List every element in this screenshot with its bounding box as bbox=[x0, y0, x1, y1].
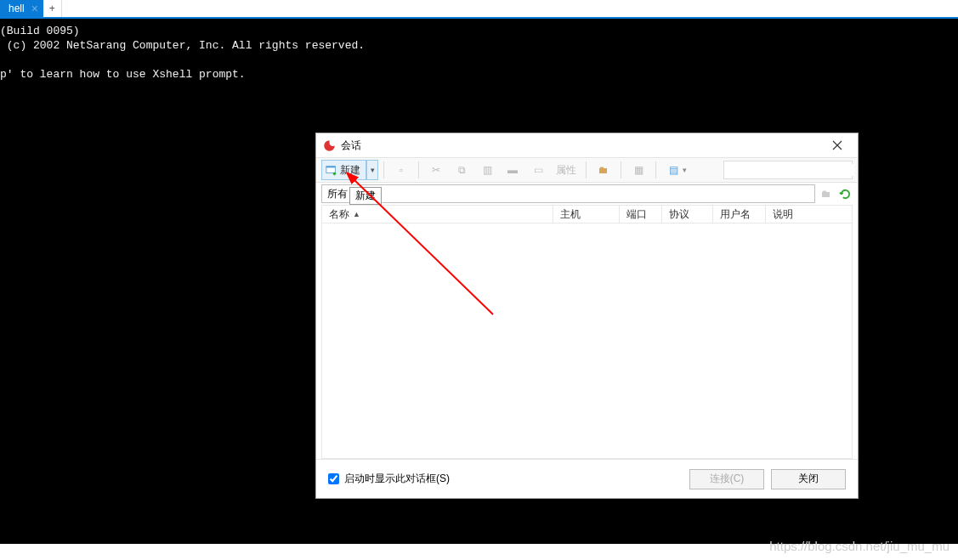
app-logo-icon bbox=[323, 139, 336, 152]
cut-icon: ✂ bbox=[428, 162, 444, 178]
search-box[interactable] bbox=[723, 161, 853, 179]
paste-button[interactable]: ▥ bbox=[475, 160, 499, 180]
folder-icon: 🖿 bbox=[596, 162, 611, 178]
new-icon bbox=[326, 164, 337, 176]
close-button[interactable]: 关闭 bbox=[771, 469, 846, 489]
dialog-titlebar: 会话 bbox=[316, 133, 858, 157]
copy-button[interactable]: ⧉ bbox=[450, 160, 473, 180]
view-button[interactable]: ▦ bbox=[626, 160, 650, 180]
paste-icon: ▥ bbox=[479, 162, 495, 178]
dialog-footer: 启动时显示此对话框(S) 连接(C) 关闭 bbox=[316, 459, 858, 498]
col-user[interactable]: 用户名 bbox=[713, 206, 766, 223]
col-host[interactable]: 主机 bbox=[553, 206, 620, 223]
cut-button[interactable]: ✂ bbox=[424, 160, 448, 180]
dialog-toolbar: 新建 ▾ ▫ ✂ ⧉ ▥ ▬ ▭ 属性 🖿 ▦ ▤▾ bbox=[316, 157, 858, 183]
path-bar: 所有 新建 🖿 bbox=[316, 183, 858, 205]
tab-bar: hell × + bbox=[0, 0, 958, 19]
toolbar-separator bbox=[621, 161, 621, 178]
svg-rect-1 bbox=[326, 167, 336, 168]
layout-icon: ▤ bbox=[666, 162, 681, 178]
copy-icon: ⧉ bbox=[454, 162, 469, 178]
path-text: 所有 bbox=[327, 187, 348, 201]
session-list[interactable] bbox=[321, 223, 853, 459]
new-tooltip: 新建 bbox=[349, 187, 382, 205]
sessions-dialog: 会话 新建 ▾ ▫ ✂ ⧉ ▥ ▬ ▭ 属性 🖿 ▦ ▤▾ bbox=[315, 133, 859, 499]
delete-button[interactable]: ▬ bbox=[501, 160, 524, 180]
show-on-startup-checkbox[interactable]: 启动时显示此对话框(S) bbox=[328, 472, 450, 486]
refresh-button[interactable] bbox=[837, 186, 853, 201]
toolbar-separator bbox=[418, 161, 419, 178]
checkbox-label: 启动时显示此对话框(S) bbox=[344, 472, 450, 486]
sort-asc-icon: ▲ bbox=[353, 210, 360, 218]
refresh-icon bbox=[839, 188, 852, 201]
toolbar-separator bbox=[655, 161, 656, 178]
list-header: 名称 ▲ 主机 端口 协议 用户名 说明 bbox=[321, 205, 853, 223]
checkbox-input[interactable] bbox=[328, 473, 339, 484]
properties-label: 属性 bbox=[556, 163, 576, 178]
chevron-down-icon: ▾ bbox=[683, 166, 687, 174]
new-dropdown-button[interactable]: ▾ bbox=[366, 160, 378, 180]
tab-close-icon[interactable]: × bbox=[31, 3, 38, 14]
col-port[interactable]: 端口 bbox=[620, 206, 662, 223]
chevron-down-icon: ▾ bbox=[371, 166, 375, 174]
dialog-title: 会话 bbox=[341, 139, 361, 153]
dialog-close-button[interactable] bbox=[820, 135, 854, 156]
search-input[interactable] bbox=[728, 164, 855, 176]
plus-icon: + bbox=[49, 3, 55, 14]
delete-icon: ▬ bbox=[505, 162, 520, 178]
watermark: https://blog.csdn.net/jiu_mu_mu bbox=[769, 539, 949, 553]
rename-button[interactable]: ▭ bbox=[526, 160, 550, 180]
tab-add-button[interactable]: + bbox=[43, 0, 62, 17]
layout-button[interactable]: ▤▾ bbox=[661, 160, 691, 180]
rename-icon: ▭ bbox=[530, 162, 546, 178]
folder-button[interactable]: 🖿 bbox=[592, 160, 615, 180]
tab-label: hell bbox=[9, 3, 25, 14]
col-name[interactable]: 名称 ▲ bbox=[322, 206, 553, 223]
toolbar-separator bbox=[586, 161, 587, 178]
view-icon: ▦ bbox=[631, 162, 646, 178]
save-button[interactable]: ▫ bbox=[389, 160, 413, 180]
col-desc[interactable]: 说明 bbox=[766, 206, 852, 223]
col-protocol[interactable]: 协议 bbox=[662, 206, 713, 223]
properties-button[interactable]: 属性 bbox=[552, 160, 581, 180]
path-input[interactable]: 所有 新建 bbox=[321, 184, 815, 203]
toolbar-separator bbox=[383, 161, 384, 178]
connect-button[interactable]: 连接(C) bbox=[689, 469, 764, 489]
tab-active[interactable]: hell × bbox=[0, 0, 43, 17]
save-icon: ▫ bbox=[394, 162, 409, 178]
new-label: 新建 bbox=[340, 163, 360, 178]
close-icon bbox=[832, 140, 842, 150]
folder-path-icon[interactable]: 🖿 bbox=[819, 186, 834, 201]
new-session-button[interactable]: 新建 bbox=[321, 160, 366, 180]
